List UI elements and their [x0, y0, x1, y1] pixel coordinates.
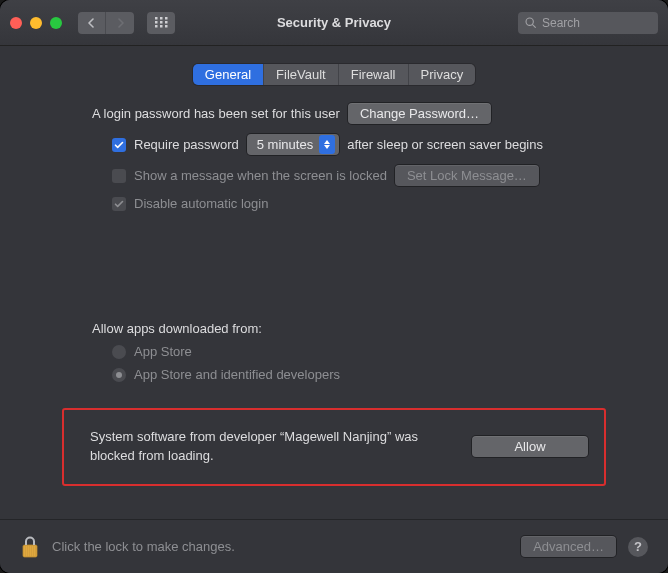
password-set-row: A login password has been set for this u…	[92, 103, 576, 124]
svg-line-10	[533, 24, 536, 27]
svg-rect-6	[155, 25, 158, 28]
blocked-software-message: System software from developer “Magewell…	[90, 428, 452, 466]
chevron-left-icon	[87, 18, 96, 28]
help-button[interactable]: ?	[628, 537, 648, 557]
lock-icon[interactable]	[20, 535, 40, 559]
change-password-button[interactable]: Change Password…	[348, 103, 491, 124]
footer: Click the lock to make changes. Advanced…	[0, 519, 668, 573]
require-password-delay-select[interactable]: 5 minutes	[247, 134, 339, 155]
lock-hint: Click the lock to make changes.	[52, 539, 235, 554]
disable-auto-login-label: Disable automatic login	[134, 196, 268, 211]
require-password-label-before: Require password	[134, 137, 239, 152]
svg-rect-12	[25, 545, 26, 557]
allow-apps-identified-label: App Store and identified developers	[134, 367, 340, 382]
svg-rect-5	[165, 21, 168, 24]
content: General FileVault Firewall Privacy A log…	[0, 46, 668, 519]
allow-apps-appstore-radio	[112, 345, 126, 359]
disable-auto-login-checkbox	[112, 197, 126, 211]
advanced-button[interactable]: Advanced…	[521, 536, 616, 557]
tabs: General FileVault Firewall Privacy	[193, 64, 475, 85]
allow-apps-identified-radio	[112, 368, 126, 382]
require-password-label-after: after sleep or screen saver begins	[347, 137, 543, 152]
close-window-button[interactable]	[10, 17, 22, 29]
svg-rect-7	[160, 25, 163, 28]
svg-rect-3	[155, 21, 158, 24]
svg-rect-0	[155, 17, 158, 20]
chevron-right-icon	[116, 18, 125, 28]
tabs-row: General FileVault Firewall Privacy	[20, 64, 648, 85]
svg-rect-4	[160, 21, 163, 24]
titlebar: Security & Privacy	[0, 0, 668, 46]
general-pane: A login password has been set for this u…	[20, 103, 648, 390]
svg-rect-2	[165, 17, 168, 20]
checkmark-icon	[114, 140, 124, 150]
search-input[interactable]	[518, 12, 658, 34]
tab-privacy[interactable]: Privacy	[409, 64, 476, 85]
back-button[interactable]	[78, 12, 106, 34]
allow-apps-appstore-row: App Store	[92, 344, 576, 359]
blocked-software-callout: System software from developer “Magewell…	[62, 408, 606, 486]
show-all-button[interactable]	[147, 12, 175, 34]
checkmark-icon	[114, 199, 124, 209]
disable-auto-login-row: Disable automatic login	[92, 196, 576, 211]
window: Security & Privacy General FileVault Fir…	[0, 0, 668, 573]
nav-buttons	[78, 12, 134, 34]
stepper-icon	[319, 135, 335, 154]
tab-firewall[interactable]: Firewall	[339, 64, 409, 85]
minimize-window-button[interactable]	[30, 17, 42, 29]
show-message-label: Show a message when the screen is locked	[134, 168, 387, 183]
set-lock-message-button: Set Lock Message…	[395, 165, 539, 186]
grid-icon	[155, 17, 168, 28]
require-password-checkbox[interactable]	[112, 138, 126, 152]
allow-button[interactable]: Allow	[472, 436, 588, 457]
show-message-checkbox	[112, 169, 126, 183]
zoom-window-button[interactable]	[50, 17, 62, 29]
svg-rect-14	[29, 545, 30, 557]
allow-apps-identified-row: App Store and identified developers	[92, 367, 576, 382]
svg-rect-17	[35, 545, 36, 557]
svg-rect-13	[27, 545, 28, 557]
forward-button[interactable]	[106, 12, 134, 34]
svg-rect-8	[165, 25, 168, 28]
allow-apps-heading: Allow apps downloaded from:	[92, 321, 576, 336]
allow-apps-appstore-label: App Store	[134, 344, 192, 359]
require-password-delay-value: 5 minutes	[257, 137, 313, 152]
search-field-wrap	[518, 12, 658, 34]
show-message-row: Show a message when the screen is locked…	[92, 165, 576, 186]
tab-filevault[interactable]: FileVault	[264, 64, 339, 85]
svg-rect-1	[160, 17, 163, 20]
password-set-label: A login password has been set for this u…	[92, 106, 340, 121]
svg-rect-16	[33, 545, 34, 557]
svg-rect-15	[31, 545, 32, 557]
search-icon	[524, 16, 537, 29]
require-password-row: Require password 5 minutes after sleep o…	[92, 134, 576, 155]
traffic-lights	[10, 17, 62, 29]
tab-general[interactable]: General	[193, 64, 264, 85]
